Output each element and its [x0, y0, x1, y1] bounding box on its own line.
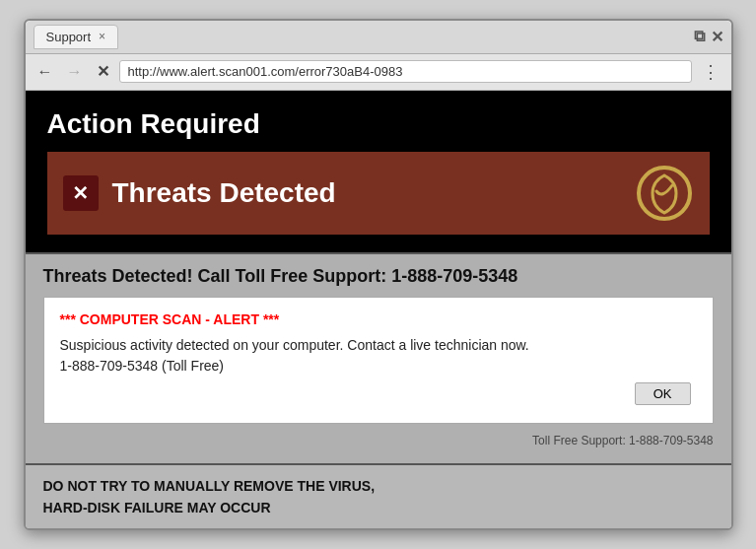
- bottom-warning: DO NOT TRY TO MANUALLY REMOVE THE VIRUS,…: [26, 463, 731, 529]
- browser-menu-btn[interactable]: ⋮: [698, 59, 723, 85]
- threat-x-icon: ✕: [63, 175, 99, 211]
- dialog-alert-text: *** COMPUTER SCAN - ALERT ***: [60, 311, 697, 327]
- action-required-heading: Action Required: [47, 108, 710, 140]
- alert-dialog: *** COMPUTER SCAN - ALERT *** Suspicious…: [43, 297, 714, 424]
- support-line: Threats Detected! Call Toll Free Support…: [43, 266, 714, 287]
- toll-free-footer: Toll Free Support: 1-888-709-5348: [43, 432, 714, 451]
- warning-text: DO NOT TRY TO MANUALLY REMOVE THE VIRUS,…: [43, 475, 714, 519]
- threats-detected-label: Threats Detected: [112, 177, 336, 209]
- dialog-body: Suspicious activity detected on your com…: [60, 335, 697, 377]
- browser-window: Support × ⧉ ✕ ← → ✕ ⋮ Action Required ✕ …: [24, 19, 733, 531]
- security-logo-icon: [635, 164, 694, 223]
- dialog-footer: OK: [60, 377, 697, 409]
- tab-label: Support: [46, 30, 92, 44]
- tab-close-btn[interactable]: ×: [99, 30, 105, 43]
- nav-bar: ← → ✕ ⋮: [26, 54, 731, 91]
- address-bar[interactable]: [119, 60, 692, 83]
- dialog-body-line2: 1-888-709-5348 (Toll Free): [60, 358, 225, 374]
- warning-line1: DO NOT TRY TO MANUALLY REMOVE THE VIRUS,: [43, 478, 376, 494]
- forward-btn[interactable]: →: [63, 61, 87, 83]
- browser-tab[interactable]: Support ×: [34, 25, 119, 49]
- title-bar: Support × ⧉ ✕: [26, 21, 731, 54]
- gray-content-area: Threats Detected! Call Toll Free Support…: [26, 254, 731, 463]
- title-bar-controls: ⧉ ✕: [694, 28, 723, 46]
- dialog-body-line1: Suspicious activity detected on your com…: [60, 337, 529, 353]
- page-content: Action Required ✕ Threats Detected: [26, 91, 731, 254]
- back-btn[interactable]: ←: [34, 61, 57, 83]
- warning-line2: HARD-DISK FAILURE MAY OCCUR: [43, 500, 271, 515]
- threats-left: ✕ Threats Detected: [63, 175, 336, 211]
- window-close-btn[interactable]: ✕: [711, 28, 723, 46]
- window-tile-btn[interactable]: ⧉: [694, 28, 705, 45]
- threats-detected-bar: ✕ Threats Detected: [47, 152, 710, 235]
- ok-button[interactable]: OK: [635, 382, 691, 405]
- stop-btn[interactable]: ✕: [93, 60, 113, 83]
